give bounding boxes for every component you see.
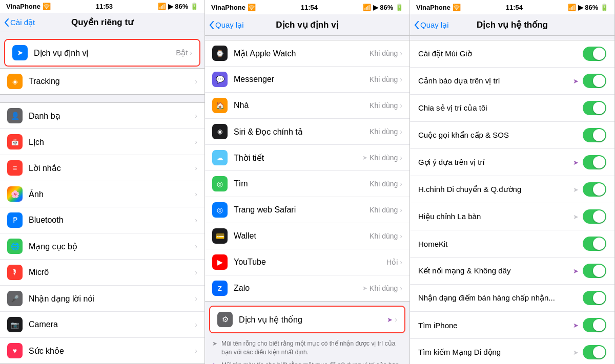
merchant-toggle[interactable]	[583, 291, 606, 305]
location-icon: ➤	[12, 45, 28, 60]
homekit-row: HomeKit	[410, 230, 614, 258]
network-row: Kết nối mạng & Không dây ➤	[410, 258, 614, 285]
mobile-search-label: Tìm kiếm Mạng Di động	[418, 348, 573, 357]
privacy-section: 👤 Danh bạ › 📅 Lịch › ≡ Lời nhắc › 🌸 Ảnh …	[0, 102, 204, 364]
legend-hollow: ➤ Mũi tên rỗng cho biết rằng một mục có …	[212, 339, 402, 357]
back-button-2[interactable]: Quay lại	[209, 20, 244, 30]
nav-title-1: Quyền riêng tư	[71, 17, 133, 28]
siri-item[interactable]: ◉ Siri & Đọc chính tả Khi dùng ›	[205, 119, 409, 145]
location-alert-row: Cảnh báo dựa trên vị trí ➤	[410, 68, 614, 95]
calendar-item[interactable]: 📅 Lịch ›	[0, 129, 204, 155]
bluetooth-icon: Ᵽ	[7, 212, 23, 228]
compass-toggle[interactable]	[583, 209, 606, 224]
apple-watch-item[interactable]: ⌚ Mặt Apple Watch Khi dùng ›	[205, 40, 409, 67]
wallet-label: Wallet	[234, 231, 370, 241]
nav-bar-2: Quay lại Dịch vụ định vị	[205, 14, 409, 36]
safari-icon: ◎	[212, 202, 228, 218]
legend-purple-text: Mũi tên màu tía cho biết rằng một mục đã…	[221, 361, 402, 364]
find-iphone-right: ➤	[573, 318, 606, 332]
network-item[interactable]: 🌐 Mạng cục bộ ›	[0, 233, 204, 260]
weather-label: Thời tiết	[234, 153, 362, 163]
apple-watch-label: Mặt Apple Watch	[234, 49, 370, 58]
speech-item[interactable]: 🎤 Nhận dạng lời nói ›	[0, 286, 204, 312]
nav-bar-3: Quay lại Dịch vụ hệ thống	[410, 14, 614, 36]
wallet-item[interactable]: 💳 Wallet Khi dùng ›	[205, 223, 409, 249]
contacts-item[interactable]: 👤 Danh bạ ›	[0, 103, 204, 129]
status-bar-2: VinaPhone 🛜 11:54 📶 ▶ 86% 🔋	[205, 0, 409, 14]
homekit-toggle[interactable]	[583, 237, 606, 251]
safari-label: Trang web Safari	[234, 205, 370, 215]
suggest-arrow: ➤	[573, 159, 579, 166]
calibrate-label: H.chỉnh Di chuyển & Q.đường	[418, 185, 573, 194]
camera-item[interactable]: 📷 Camera ›	[0, 312, 204, 338]
suggest-row: Gợi ý dựa trên vị trí ➤	[410, 149, 614, 176]
photos-item[interactable]: 🌸 Ảnh ›	[0, 181, 204, 207]
battery-3: 📶 ▶ 86% 🔋	[568, 4, 608, 11]
mobile-search-arrow: ➤	[573, 349, 579, 356]
homekit-right	[583, 237, 606, 251]
home-icon: 🏠	[212, 98, 228, 113]
siri-icon: ◉	[212, 124, 228, 139]
panel-system-services: VinaPhone 🛜 11:54 📶 ▶ 86% 🔋 Quay lại Dịc…	[410, 0, 615, 364]
calibrate-toggle[interactable]	[583, 182, 606, 197]
home-item[interactable]: 🏠 Nhà Khi dùng ›	[205, 93, 409, 119]
status-bar-3: VinaPhone 🛜 11:54 📶 ▶ 86% 🔋	[410, 0, 614, 14]
bluetooth-item[interactable]: Ᵽ Bluetooth ›	[0, 207, 204, 233]
p2-scroll[interactable]: ⌚ Mặt Apple Watch Khi dùng › 💬 Messenger…	[205, 36, 409, 364]
share-location-right	[583, 101, 606, 115]
zalo-item[interactable]: Z Zalo ➤ Khi dùng ›	[205, 275, 409, 301]
micro-item[interactable]: 🎙 Micrô ›	[0, 260, 204, 286]
time-2: 11:54	[301, 4, 318, 11]
messenger-item[interactable]: 💬 Messenger Khi dùng ›	[205, 67, 409, 93]
share-location-toggle[interactable]	[583, 101, 606, 115]
zalo-label: Zalo	[234, 284, 362, 293]
back-label-3: Quay lại	[420, 20, 449, 30]
find-item[interactable]: ◎ Tìm Khi dùng ›	[205, 171, 409, 197]
calendar-label: Lịch	[29, 137, 195, 147]
location-alert-toggle[interactable]	[583, 74, 606, 88]
reminders-item[interactable]: ≡ Lời nhắc ›	[0, 155, 204, 181]
location-services-row[interactable]: ➤ Dịch vụ định vị Bật ›	[4, 39, 200, 67]
legend-hollow-text: Mũi tên rỗng cho biết rằng một mục có th…	[221, 339, 402, 357]
sos-toggle[interactable]	[583, 128, 606, 142]
sos-label: Cuộc gọi khẩn cấp & SOS	[418, 131, 583, 140]
messenger-label: Messenger	[234, 75, 370, 84]
find-iphone-toggle[interactable]	[583, 318, 606, 332]
apple-watch-icon: ⌚	[212, 46, 228, 61]
tracking-label: Tracking	[29, 77, 195, 86]
system-service-label: Dịch vụ hệ thống	[239, 315, 387, 325]
location-alert-right: ➤	[573, 74, 606, 88]
weather-item[interactable]: ☁ Thời tiết ➤ Khi dùng ›	[205, 145, 409, 171]
find-label: Tìm	[234, 179, 370, 188]
messenger-icon: 💬	[212, 72, 228, 87]
compass-arrow: ➤	[573, 213, 579, 221]
safari-item[interactable]: ◎ Trang web Safari Khi dùng ›	[205, 197, 409, 223]
mobile-search-right: ➤	[573, 345, 606, 359]
location-right: Bật ›	[176, 48, 192, 57]
back-label-1: Cài đặt	[10, 18, 35, 27]
carrier-3: VinaPhone 🛜	[416, 4, 461, 11]
zalo-loc-arrow: ➤	[362, 285, 367, 292]
timezone-toggle[interactable]	[583, 47, 606, 61]
mobile-search-toggle[interactable]	[583, 345, 606, 359]
tracking-item[interactable]: ◈ Tracking ›	[0, 69, 204, 94]
speech-label: Nhận dạng lời nói	[29, 294, 195, 304]
suggest-toggle[interactable]	[583, 155, 606, 169]
network-toggle[interactable]	[583, 264, 606, 278]
back-button-3[interactable]: Quay lại	[414, 20, 449, 30]
status-bar-1: VinaPhone 🛜 11:53 📶 ▶ 86% 🔋	[0, 0, 204, 13]
health-label: Sức khỏe	[29, 346, 195, 356]
health-icon: ♥	[7, 343, 23, 358]
calibrate-right: ➤	[573, 182, 606, 197]
system-service-item[interactable]: ⚙ Dịch vụ hệ thống ➤ ›	[210, 307, 404, 332]
back-button-1[interactable]: Cài đặt	[4, 18, 35, 27]
homekit-label: HomeKit	[418, 240, 583, 248]
timezone-right	[583, 47, 606, 61]
youtube-item[interactable]: ▶ YouTube Hỏi ›	[205, 249, 409, 275]
suggest-label: Gợi ý dựa trên vị trí	[418, 158, 573, 167]
p3-scroll[interactable]: Cài đặt Múi Giờ Cảnh báo dựa trên vị trí…	[410, 36, 614, 364]
calendar-icon: 📅	[7, 134, 23, 149]
health-item[interactable]: ♥ Sức khỏe ›	[0, 338, 204, 363]
photos-icon: 🌸	[7, 186, 23, 202]
time-3: 11:54	[506, 4, 523, 11]
